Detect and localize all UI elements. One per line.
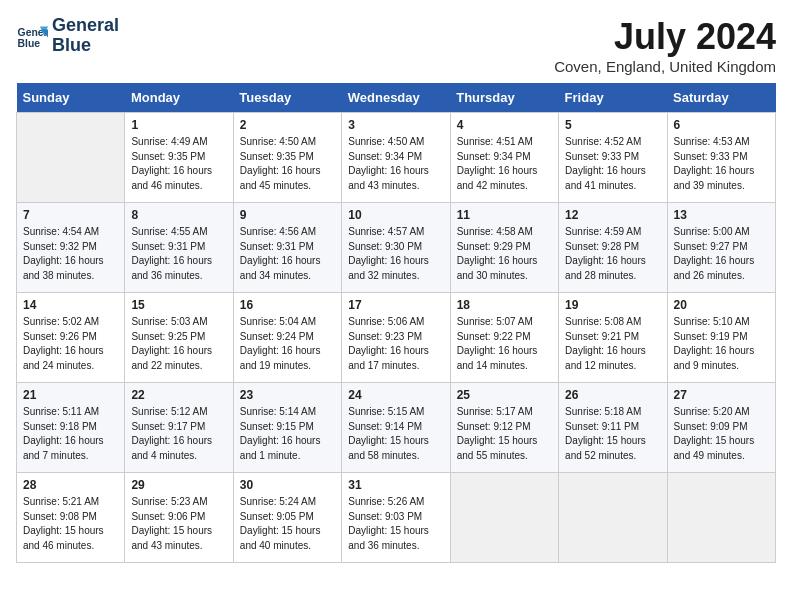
cell-content: Sunrise: 4:59 AM Sunset: 9:28 PM Dayligh… — [565, 225, 660, 283]
day-number: 31 — [348, 478, 443, 492]
calendar-cell: 8Sunrise: 4:55 AM Sunset: 9:31 PM Daylig… — [125, 203, 233, 293]
day-number: 25 — [457, 388, 552, 402]
day-number: 7 — [23, 208, 118, 222]
cell-content: Sunrise: 4:52 AM Sunset: 9:33 PM Dayligh… — [565, 135, 660, 193]
svg-text:Blue: Blue — [18, 38, 41, 49]
cell-content: Sunrise: 5:08 AM Sunset: 9:21 PM Dayligh… — [565, 315, 660, 373]
calendar-cell: 23Sunrise: 5:14 AM Sunset: 9:15 PM Dayli… — [233, 383, 341, 473]
location-subtitle: Coven, England, United Kingdom — [554, 58, 776, 75]
weekday-header-wednesday: Wednesday — [342, 83, 450, 113]
cell-content: Sunrise: 4:55 AM Sunset: 9:31 PM Dayligh… — [131, 225, 226, 283]
weekday-header-row: SundayMondayTuesdayWednesdayThursdayFrid… — [17, 83, 776, 113]
cell-content: Sunrise: 5:26 AM Sunset: 9:03 PM Dayligh… — [348, 495, 443, 553]
week-row-1: 1Sunrise: 4:49 AM Sunset: 9:35 PM Daylig… — [17, 113, 776, 203]
calendar-cell: 15Sunrise: 5:03 AM Sunset: 9:25 PM Dayli… — [125, 293, 233, 383]
day-number: 27 — [674, 388, 769, 402]
week-row-5: 28Sunrise: 5:21 AM Sunset: 9:08 PM Dayli… — [17, 473, 776, 563]
logo-icon: General Blue — [16, 20, 48, 52]
day-number: 18 — [457, 298, 552, 312]
calendar-cell: 6Sunrise: 4:53 AM Sunset: 9:33 PM Daylig… — [667, 113, 775, 203]
day-number: 9 — [240, 208, 335, 222]
day-number: 22 — [131, 388, 226, 402]
weekday-header-thursday: Thursday — [450, 83, 558, 113]
cell-content: Sunrise: 4:56 AM Sunset: 9:31 PM Dayligh… — [240, 225, 335, 283]
day-number: 29 — [131, 478, 226, 492]
day-number: 16 — [240, 298, 335, 312]
cell-content: Sunrise: 4:50 AM Sunset: 9:34 PM Dayligh… — [348, 135, 443, 193]
cell-content: Sunrise: 4:51 AM Sunset: 9:34 PM Dayligh… — [457, 135, 552, 193]
cell-content: Sunrise: 5:04 AM Sunset: 9:24 PM Dayligh… — [240, 315, 335, 373]
calendar-cell: 24Sunrise: 5:15 AM Sunset: 9:14 PM Dayli… — [342, 383, 450, 473]
day-number: 26 — [565, 388, 660, 402]
cell-content: Sunrise: 4:50 AM Sunset: 9:35 PM Dayligh… — [240, 135, 335, 193]
calendar-cell: 16Sunrise: 5:04 AM Sunset: 9:24 PM Dayli… — [233, 293, 341, 383]
day-number: 8 — [131, 208, 226, 222]
day-number: 13 — [674, 208, 769, 222]
day-number: 6 — [674, 118, 769, 132]
calendar-cell: 22Sunrise: 5:12 AM Sunset: 9:17 PM Dayli… — [125, 383, 233, 473]
day-number: 23 — [240, 388, 335, 402]
calendar-cell: 17Sunrise: 5:06 AM Sunset: 9:23 PM Dayli… — [342, 293, 450, 383]
cell-content: Sunrise: 5:18 AM Sunset: 9:11 PM Dayligh… — [565, 405, 660, 463]
weekday-header-sunday: Sunday — [17, 83, 125, 113]
cell-content: Sunrise: 5:00 AM Sunset: 9:27 PM Dayligh… — [674, 225, 769, 283]
cell-content: Sunrise: 4:53 AM Sunset: 9:33 PM Dayligh… — [674, 135, 769, 193]
week-row-4: 21Sunrise: 5:11 AM Sunset: 9:18 PM Dayli… — [17, 383, 776, 473]
cell-content: Sunrise: 5:10 AM Sunset: 9:19 PM Dayligh… — [674, 315, 769, 373]
weekday-header-saturday: Saturday — [667, 83, 775, 113]
logo-text: General Blue — [52, 16, 119, 56]
calendar-cell: 27Sunrise: 5:20 AM Sunset: 9:09 PM Dayli… — [667, 383, 775, 473]
day-number: 2 — [240, 118, 335, 132]
calendar-cell: 2Sunrise: 4:50 AM Sunset: 9:35 PM Daylig… — [233, 113, 341, 203]
day-number: 14 — [23, 298, 118, 312]
weekday-header-tuesday: Tuesday — [233, 83, 341, 113]
day-number: 5 — [565, 118, 660, 132]
calendar-cell: 31Sunrise: 5:26 AM Sunset: 9:03 PM Dayli… — [342, 473, 450, 563]
cell-content: Sunrise: 4:54 AM Sunset: 9:32 PM Dayligh… — [23, 225, 118, 283]
calendar-cell: 28Sunrise: 5:21 AM Sunset: 9:08 PM Dayli… — [17, 473, 125, 563]
day-number: 17 — [348, 298, 443, 312]
calendar-cell: 4Sunrise: 4:51 AM Sunset: 9:34 PM Daylig… — [450, 113, 558, 203]
calendar-cell: 20Sunrise: 5:10 AM Sunset: 9:19 PM Dayli… — [667, 293, 775, 383]
calendar-cell: 9Sunrise: 4:56 AM Sunset: 9:31 PM Daylig… — [233, 203, 341, 293]
title-area: July 2024 Coven, England, United Kingdom — [554, 16, 776, 75]
cell-content: Sunrise: 4:49 AM Sunset: 9:35 PM Dayligh… — [131, 135, 226, 193]
cell-content: Sunrise: 4:57 AM Sunset: 9:30 PM Dayligh… — [348, 225, 443, 283]
week-row-2: 7Sunrise: 4:54 AM Sunset: 9:32 PM Daylig… — [17, 203, 776, 293]
calendar-cell — [450, 473, 558, 563]
calendar-cell: 10Sunrise: 4:57 AM Sunset: 9:30 PM Dayli… — [342, 203, 450, 293]
header: General Blue General Blue July 2024 Cove… — [16, 16, 776, 75]
day-number: 15 — [131, 298, 226, 312]
calendar-cell: 12Sunrise: 4:59 AM Sunset: 9:28 PM Dayli… — [559, 203, 667, 293]
cell-content: Sunrise: 5:24 AM Sunset: 9:05 PM Dayligh… — [240, 495, 335, 553]
calendar-cell: 18Sunrise: 5:07 AM Sunset: 9:22 PM Dayli… — [450, 293, 558, 383]
cell-content: Sunrise: 5:14 AM Sunset: 9:15 PM Dayligh… — [240, 405, 335, 463]
cell-content: Sunrise: 5:11 AM Sunset: 9:18 PM Dayligh… — [23, 405, 118, 463]
week-row-3: 14Sunrise: 5:02 AM Sunset: 9:26 PM Dayli… — [17, 293, 776, 383]
logo: General Blue General Blue — [16, 16, 119, 56]
calendar-cell: 5Sunrise: 4:52 AM Sunset: 9:33 PM Daylig… — [559, 113, 667, 203]
day-number: 11 — [457, 208, 552, 222]
calendar-cell: 26Sunrise: 5:18 AM Sunset: 9:11 PM Dayli… — [559, 383, 667, 473]
day-number: 12 — [565, 208, 660, 222]
cell-content: Sunrise: 4:58 AM Sunset: 9:29 PM Dayligh… — [457, 225, 552, 283]
day-number: 21 — [23, 388, 118, 402]
calendar-cell: 30Sunrise: 5:24 AM Sunset: 9:05 PM Dayli… — [233, 473, 341, 563]
calendar-cell: 13Sunrise: 5:00 AM Sunset: 9:27 PM Dayli… — [667, 203, 775, 293]
cell-content: Sunrise: 5:03 AM Sunset: 9:25 PM Dayligh… — [131, 315, 226, 373]
calendar-cell: 1Sunrise: 4:49 AM Sunset: 9:35 PM Daylig… — [125, 113, 233, 203]
calendar-cell — [17, 113, 125, 203]
calendar-cell: 11Sunrise: 4:58 AM Sunset: 9:29 PM Dayli… — [450, 203, 558, 293]
day-number: 4 — [457, 118, 552, 132]
calendar-cell: 7Sunrise: 4:54 AM Sunset: 9:32 PM Daylig… — [17, 203, 125, 293]
calendar-cell: 29Sunrise: 5:23 AM Sunset: 9:06 PM Dayli… — [125, 473, 233, 563]
cell-content: Sunrise: 5:07 AM Sunset: 9:22 PM Dayligh… — [457, 315, 552, 373]
calendar-cell: 21Sunrise: 5:11 AM Sunset: 9:18 PM Dayli… — [17, 383, 125, 473]
calendar-cell: 19Sunrise: 5:08 AM Sunset: 9:21 PM Dayli… — [559, 293, 667, 383]
cell-content: Sunrise: 5:21 AM Sunset: 9:08 PM Dayligh… — [23, 495, 118, 553]
calendar-cell: 14Sunrise: 5:02 AM Sunset: 9:26 PM Dayli… — [17, 293, 125, 383]
day-number: 30 — [240, 478, 335, 492]
month-year-title: July 2024 — [554, 16, 776, 58]
calendar-cell: 3Sunrise: 4:50 AM Sunset: 9:34 PM Daylig… — [342, 113, 450, 203]
cell-content: Sunrise: 5:17 AM Sunset: 9:12 PM Dayligh… — [457, 405, 552, 463]
